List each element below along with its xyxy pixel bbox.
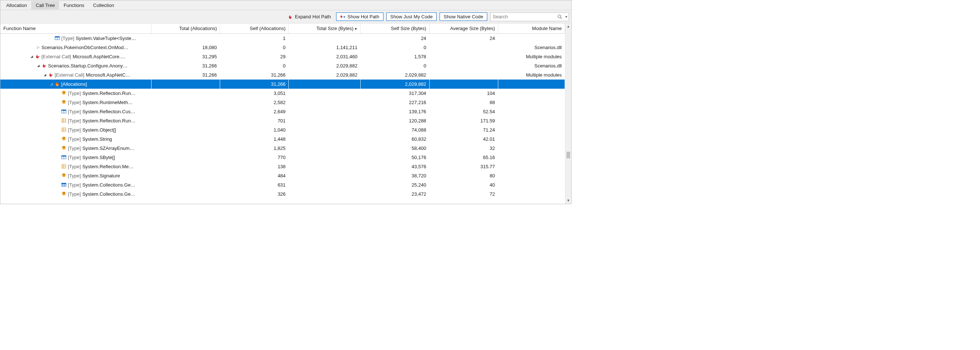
table-row[interactable]: [Type]System.Reflection.Run…701120,28817… — [0, 116, 565, 125]
tree-expander[interactable]: ◢ — [43, 73, 46, 77]
function-name-cell[interactable]: [Type]System.ValueTuple<Syste… — [0, 34, 151, 43]
search-box[interactable]: ▾ — [490, 13, 569, 21]
tree-expander[interactable]: ◢ — [36, 64, 40, 67]
column-header-avg_size[interactable]: Average Size (Bytes) — [429, 24, 498, 34]
function-name-cell[interactable]: [Type]System.Collections.Ge… — [0, 180, 151, 190]
cell-total_alloc — [151, 153, 220, 162]
cell-total_size: 1,141,211 — [289, 43, 361, 52]
function-name-cell[interactable]: [Type]System.String — [0, 135, 151, 144]
function-name-cell[interactable]: [Type]System.SByte[] — [0, 153, 151, 162]
table-row[interactable]: [Type]System.RuntimeMeth…2,582227,21688 — [0, 98, 565, 107]
column-header-total_size[interactable]: Total Size (Bytes)▼ — [289, 24, 361, 34]
search-icon[interactable] — [557, 14, 564, 20]
cell-total_alloc — [151, 125, 220, 135]
search-input[interactable] — [490, 13, 557, 20]
function-name-cell[interactable]: [Type]System.Signature — [0, 171, 151, 180]
function-name-cell[interactable]: ◢Scenarios.Startup.Configure.Anony… — [0, 61, 151, 70]
row-name: System.String — [82, 136, 112, 142]
table-row[interactable]: [Type]System.Reflection.Me…13843,576315.… — [0, 162, 565, 171]
table-row[interactable]: [Type]System.Object[]1,04074,08871.24 — [0, 125, 565, 135]
function-name-cell[interactable]: [Type]System.RuntimeMeth… — [0, 98, 151, 107]
cell-self_size: 2,029,882 — [361, 70, 429, 79]
row-tag: [Type] — [68, 182, 81, 188]
function-name-cell[interactable]: [Type]System.Reflection.Cus… — [0, 107, 151, 116]
row-name: System.Reflection.Cus… — [82, 109, 135, 114]
column-header-module[interactable]: Module Name — [498, 24, 565, 34]
flame-red-icon — [48, 72, 53, 77]
cell-module — [498, 125, 565, 135]
tab-collection[interactable]: Collection — [89, 1, 119, 10]
table-row[interactable]: ◢[External Call]Microsoft.AspNetCore.…31… — [0, 52, 565, 61]
tab-functions[interactable]: Functions — [59, 1, 88, 10]
table-row[interactable]: [Type]System.Collections.Ge…63125,24040 — [0, 180, 565, 190]
svg-line-1 — [561, 17, 562, 19]
function-name-cell[interactable]: [Type]System.SZArrayEnum… — [0, 144, 151, 153]
scroll-down-icon[interactable]: ▼ — [565, 198, 571, 204]
row-name: System.Collections.Ge… — [82, 182, 135, 188]
function-name-cell[interactable]: ◿[Allocations] — [0, 79, 151, 89]
cell-self_size: 2,029,882 — [361, 79, 429, 89]
table-row[interactable]: [Type]System.SZArrayEnum…1,82558,40032 — [0, 144, 565, 153]
cell-total_size — [289, 107, 361, 116]
function-name-cell[interactable]: ▷Scenarios.PokemonDbContext.OnMod… — [0, 43, 151, 52]
cell-avg_size: 104 — [429, 89, 498, 98]
cell-self_alloc: 138 — [220, 162, 288, 171]
cell-module: Scenarios.dll — [498, 61, 565, 70]
table-row[interactable]: ◢[External Call]Microsoft.AspNetC…31,266… — [0, 70, 565, 79]
row-name: System.Signature — [82, 173, 120, 179]
row-name: System.Collections.Ge… — [82, 191, 135, 197]
table-row[interactable]: [Type]System.Signature48438,72080 — [0, 171, 565, 180]
expand-hot-path-link[interactable]: Expand Hot Path — [285, 14, 333, 19]
vertical-scrollbar[interactable]: ▲ ▼ — [565, 24, 571, 204]
cell-avg_size — [429, 43, 498, 52]
svg-point-0 — [558, 15, 561, 17]
table-row[interactable]: ▷Scenarios.PokemonDbContext.OnMod…18,080… — [0, 43, 565, 52]
tree-expander[interactable]: ◢ — [30, 55, 33, 58]
header-row: Function NameTotal (Allocations)Self (Al… — [0, 24, 565, 34]
function-name-cell[interactable]: [Type]System.Reflection.Run… — [0, 89, 151, 98]
table-row[interactable]: [Type]System.SByte[]77050,17665.16 — [0, 153, 565, 162]
row-tag: [Type] — [61, 36, 74, 41]
function-name-cell[interactable]: ◢[External Call]Microsoft.AspNetC… — [0, 70, 151, 79]
function-name-cell[interactable]: [Type]System.Collections.Ge… — [0, 190, 151, 199]
function-name-cell[interactable]: [Type]System.Object[] — [0, 125, 151, 135]
function-name-cell[interactable]: [Type]System.Reflection.Run… — [0, 116, 151, 125]
cell-self_alloc: 1,040 — [220, 125, 288, 135]
tab-allocation[interactable]: Allocation — [2, 1, 31, 10]
table-row[interactable]: [Type]System.String1,44860,83242.01 — [0, 135, 565, 144]
call-tree-grid[interactable]: Function NameTotal (Allocations)Self (Al… — [0, 24, 565, 204]
show-hot-path-button[interactable]: Show Hot Path — [336, 13, 383, 21]
table-row[interactable]: [Type]System.Reflection.Run…3,051317,304… — [0, 89, 565, 98]
scroll-thumb[interactable] — [566, 152, 570, 158]
column-header-self_size[interactable]: Self Size (Bytes) — [361, 24, 429, 34]
table-row[interactable]: ◢Scenarios.Startup.Configure.Anony…31,26… — [0, 61, 565, 70]
show-native-code-button[interactable]: Show Native Code — [439, 13, 487, 21]
table-row[interactable]: ◿[Allocations]31,2662,029,882 — [0, 79, 565, 89]
cell-total_size — [289, 79, 361, 89]
expand-hot-path-label: Expand Hot Path — [295, 14, 331, 19]
cell-self_size: 25,240 — [361, 180, 429, 190]
function-name-cell[interactable]: [Type]System.Reflection.Me… — [0, 162, 151, 171]
column-header-fn[interactable]: Function Name — [0, 24, 151, 34]
tree-expander[interactable]: ▷ — [36, 46, 40, 49]
tree-expander[interactable]: ◿ — [49, 82, 53, 86]
table-row[interactable]: [Type]System.ValueTuple<Syste…12424 — [0, 34, 565, 43]
search-dropdown-icon[interactable]: ▾ — [564, 14, 569, 19]
table-row[interactable]: [Type]System.Reflection.Cus…2,649139,176… — [0, 107, 565, 116]
class-icon — [61, 146, 67, 150]
tab-call-tree[interactable]: Call Tree — [31, 1, 59, 10]
function-name-cell[interactable]: ◢[External Call]Microsoft.AspNetCore.… — [0, 52, 151, 61]
cell-avg_size: 42.01 — [429, 135, 498, 144]
table-row[interactable]: [Type]System.Collections.Ge…32623,47272 — [0, 190, 565, 199]
column-header-total_alloc[interactable]: Total (Allocations) — [151, 24, 220, 34]
column-header-self_alloc[interactable]: Self (Allocations) — [220, 24, 288, 34]
cell-total_alloc — [151, 34, 220, 43]
row-tag: [Type] — [68, 127, 81, 133]
show-just-my-code-button[interactable]: Show Just My Code — [387, 13, 437, 21]
cell-module — [498, 34, 565, 43]
class-icon — [61, 136, 67, 141]
cell-module — [498, 107, 565, 116]
cell-total_alloc: 31,295 — [151, 52, 220, 61]
show-native-code-label: Show Native Code — [444, 14, 483, 19]
scroll-up-icon[interactable]: ▲ — [565, 24, 571, 30]
